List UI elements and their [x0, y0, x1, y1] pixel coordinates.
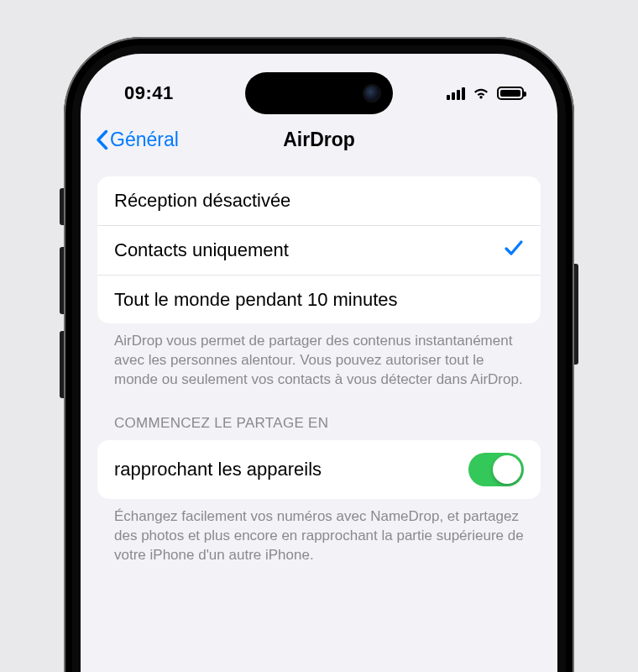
screen: 09:41 Général A	[81, 54, 557, 672]
back-button[interactable]: Général	[96, 129, 179, 151]
status-icons	[447, 87, 524, 100]
sharing-group: rapprochant les appareils	[97, 440, 541, 499]
back-label: Général	[110, 129, 179, 151]
receiving-footer: AirDrop vous permet de partager des cont…	[97, 323, 541, 390]
side-button-power	[574, 264, 578, 365]
row-bring-devices-together[interactable]: rapprochant les appareils	[97, 440, 541, 499]
content: Réception désactivée Contacts uniquement…	[81, 163, 557, 565]
row-label: rapprochant les appareils	[114, 459, 322, 480]
status-time: 09:41	[124, 82, 174, 104]
side-button-vol-up	[60, 247, 64, 314]
battery-icon	[497, 87, 524, 100]
dynamic-island	[245, 72, 393, 114]
chevron-left-icon	[96, 129, 108, 150]
toggle-bring-devices-together[interactable]	[468, 453, 524, 486]
side-button-vol-down	[60, 331, 64, 398]
checkmark-icon	[504, 239, 524, 262]
sharing-footer: Échangez facilement vos numéros avec Nam…	[97, 499, 541, 565]
option-receiving-off[interactable]: Réception désactivée	[97, 176, 541, 225]
phone-frame: 09:41 Général A	[64, 37, 574, 672]
toggle-knob	[493, 455, 521, 484]
side-button-mute	[60, 188, 64, 225]
option-label: Contacts uniquement	[114, 239, 289, 261]
option-label: Réception désactivée	[114, 190, 290, 212]
cellular-icon	[447, 87, 465, 100]
receiving-group: Réception désactivée Contacts uniquement…	[97, 176, 541, 323]
page-title: AirDrop	[283, 129, 355, 151]
option-everyone-10min[interactable]: Tout le monde pendant 10 minutes	[97, 275, 541, 323]
camera-icon	[364, 86, 379, 101]
wifi-icon	[472, 87, 490, 100]
option-label: Tout le monde pendant 10 minutes	[114, 289, 398, 311]
nav-bar: Général AirDrop	[81, 116, 557, 163]
option-contacts-only[interactable]: Contacts uniquement	[97, 225, 541, 275]
sharing-header: Commencez le partage en	[97, 390, 541, 440]
